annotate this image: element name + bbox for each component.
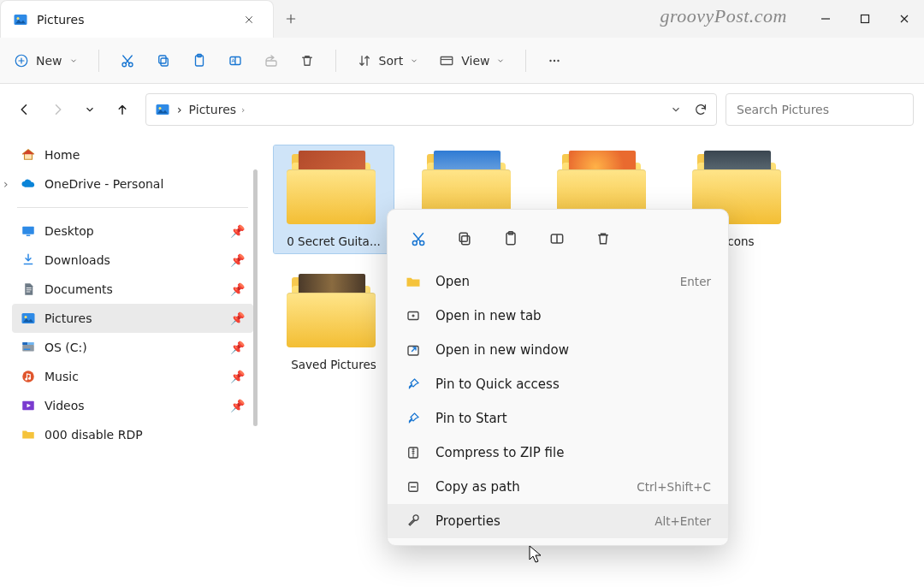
ctx-properties[interactable]: Properties Alt+Enter — [388, 504, 728, 538]
ctx-copypath-accel: Ctrl+Shift+C — [637, 480, 711, 494]
svg-point-16 — [558, 59, 560, 61]
svg-point-29 — [28, 377, 31, 380]
ctx-paste-button[interactable] — [495, 223, 526, 254]
address-history-button[interactable] — [670, 104, 682, 116]
sidebar-item-desktop[interactable]: Desktop 📌 — [12, 216, 253, 246]
svg-rect-6 — [161, 58, 168, 66]
forward-button[interactable] — [43, 95, 72, 124]
close-window-button[interactable] — [885, 0, 924, 38]
view-label: View — [461, 54, 489, 68]
sidebar-item-onedrive[interactable]: OneDrive - Personal — [12, 169, 253, 199]
ctx-open-new-tab[interactable]: Open in new tab — [388, 299, 728, 333]
pictures-icon — [155, 102, 170, 117]
svg-rect-33 — [462, 236, 470, 245]
chevron-down-icon — [410, 56, 418, 65]
ctx-pinquick-label: Pin to Quick access — [435, 377, 711, 392]
breadcrumb[interactable]: Pictures › — [189, 103, 663, 116]
ctx-pinstart-label: Pin to Start — [435, 411, 711, 426]
share-button[interactable] — [255, 48, 287, 74]
ctx-copypath-label: Copy as path — [435, 479, 623, 495]
ctx-open-new-window[interactable]: Open in new window — [388, 333, 728, 367]
delete-button[interactable] — [291, 48, 323, 74]
folder-icon — [287, 151, 381, 228]
pictures-icon — [21, 311, 36, 326]
back-button[interactable] — [10, 95, 39, 124]
svg-rect-25 — [22, 342, 27, 345]
svg-rect-7 — [158, 56, 165, 63]
ctx-open[interactable]: Open Enter — [388, 264, 728, 299]
sidebar-item-os-c[interactable]: OS (C:) 📌 — [12, 333, 253, 362]
sidebar-item-folder[interactable]: 000 disable RDP — [12, 420, 253, 449]
sidebar-item-label: Music — [44, 370, 79, 383]
svg-rect-13 — [441, 56, 453, 64]
cut-button[interactable] — [111, 48, 144, 74]
breadcrumb-separator: › — [177, 103, 182, 116]
sidebar-item-pictures[interactable]: Pictures 📌 — [12, 304, 253, 333]
sidebar-item-label: Downloads — [44, 253, 110, 267]
tab-close-button[interactable] — [237, 8, 261, 32]
sidebar-item-label: Pictures — [44, 311, 92, 325]
sidebar-item-home[interactable]: Home — [12, 140, 253, 169]
tab-pictures[interactable]: Pictures — [0, 0, 274, 38]
refresh-button[interactable] — [694, 103, 708, 116]
toolbar-separator — [525, 50, 526, 72]
ctx-pin-quick-access[interactable]: Pin to Quick access — [388, 367, 728, 401]
address-bar[interactable]: › Pictures › — [145, 93, 717, 126]
ctx-rename-button[interactable] — [542, 223, 572, 254]
folder-item[interactable]: Saved Pictures — [274, 269, 394, 377]
videos-icon — [21, 398, 36, 413]
svg-rect-26 — [27, 342, 34, 345]
sidebar-item-label: 000 disable RDP — [44, 428, 143, 442]
recent-locations-button[interactable] — [75, 95, 104, 124]
ctx-copy-button[interactable] — [449, 223, 480, 254]
ctx-pin-start[interactable]: Pin to Start — [388, 401, 728, 436]
toolbar: New A Sort View — [0, 38, 924, 84]
new-tab-button[interactable] — [274, 0, 308, 38]
search-input[interactable]: Search Pictures — [726, 93, 914, 126]
copy-button[interactable] — [147, 48, 180, 74]
new-button[interactable]: New — [5, 48, 86, 74]
watermark-text: groovyPost.com — [660, 5, 787, 27]
up-button[interactable] — [108, 95, 137, 124]
new-label: New — [36, 54, 62, 68]
zip-icon — [405, 444, 422, 461]
copy-path-icon — [405, 478, 422, 495]
sidebar-item-documents[interactable]: Documents 📌 — [12, 275, 253, 304]
ctx-delete-button[interactable] — [588, 223, 619, 254]
svg-rect-23 — [22, 345, 34, 352]
svg-point-1 — [17, 17, 20, 20]
ctx-compress-zip[interactable]: Compress to ZIP file — [388, 436, 728, 470]
new-window-icon — [405, 341, 422, 359]
view-button[interactable]: View — [430, 48, 513, 74]
sidebar: Home OneDrive - Personal Desktop 📌 Downl… — [0, 135, 257, 587]
breadcrumb-item[interactable]: Pictures — [189, 103, 236, 116]
context-menu: Open Enter Open in new tab Open in new w… — [387, 209, 729, 546]
sort-button[interactable]: Sort — [348, 48, 428, 74]
minimize-button[interactable] — [806, 0, 845, 38]
sidebar-item-music[interactable]: Music 📌 — [12, 362, 253, 391]
sidebar-item-videos[interactable]: Videos 📌 — [12, 391, 253, 420]
rename-button[interactable]: A — [219, 48, 252, 74]
svg-point-28 — [25, 378, 27, 381]
breadcrumb-separator: › — [241, 104, 245, 116]
sort-icon — [357, 53, 372, 68]
ctx-copy-as-path[interactable]: Copy as path Ctrl+Shift+C — [388, 470, 728, 504]
new-tab-icon — [405, 307, 422, 324]
downloads-icon — [21, 252, 36, 268]
sidebar-item-label: Desktop — [44, 224, 94, 238]
ctx-properties-label: Properties — [435, 513, 641, 529]
pin-icon: 📌 — [230, 282, 245, 296]
folder-label: 0 Secret Guita... — [279, 234, 388, 248]
context-toolbar — [388, 215, 728, 264]
folder-item[interactable]: 0 Secret Guita... — [274, 145, 394, 253]
more-button[interactable] — [538, 48, 571, 74]
paste-button[interactable] — [183, 48, 216, 74]
sidebar-item-downloads[interactable]: Downloads 📌 — [12, 246, 253, 275]
ctx-cut-button[interactable] — [403, 223, 434, 254]
svg-rect-2 — [862, 15, 869, 23]
music-icon — [21, 369, 36, 384]
properties-icon — [405, 513, 422, 530]
pin-icon — [405, 376, 422, 393]
maximize-button[interactable] — [845, 0, 885, 38]
svg-point-27 — [22, 371, 34, 382]
